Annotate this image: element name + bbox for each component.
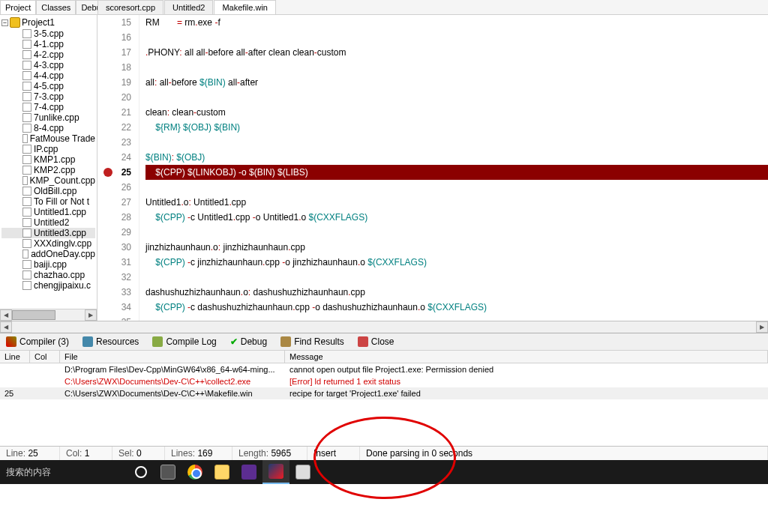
file-name: To Fill or Not t — [34, 196, 89, 207]
tab-resources[interactable]: Resources — [80, 335, 142, 348]
tab-debug[interactable]: ✔Debug — [227, 335, 270, 348]
scroll-right-icon[interactable]: ▶ — [756, 321, 768, 333]
status-parse: Done parsing in 0 seconds — [360, 447, 768, 460]
code-line[interactable]: all: all-before $(BIN) all-after — [146, 75, 768, 90]
vs-button[interactable] — [236, 460, 262, 484]
editor-tab[interactable]: Makefile.win — [214, 0, 276, 14]
file-name: OldBill.cpp — [34, 186, 76, 196]
tree-root[interactable]: − Project1 — [2, 16, 95, 28]
folder-icon — [214, 465, 230, 480]
code-line[interactable] — [146, 180, 768, 195]
file-icon — [22, 92, 32, 101]
editor-scrollbar-h[interactable]: ◀ ▶ — [0, 321, 768, 333]
code-line[interactable]: $(CPP) $(LINKOBJ) -o $(BIN) $(LIBS) — [146, 165, 768, 180]
gutter-line: 34 — [98, 300, 131, 315]
code-line[interactable] — [146, 60, 768, 75]
file-icon — [22, 40, 32, 49]
file-name: baiji.cpp — [34, 259, 67, 270]
code-line[interactable] — [146, 315, 768, 321]
tree-item[interactable]: 7-3.cpp — [2, 91, 95, 102]
col-header-file[interactable]: File — [60, 351, 285, 363]
tree-item[interactable]: KMP_Count.cpp — [2, 175, 95, 186]
code-line[interactable] — [146, 30, 768, 45]
tree-item[interactable]: To Fill or Not t — [2, 196, 95, 207]
code-line[interactable]: .PHONY: all all-before all-after clean c… — [146, 45, 768, 60]
tab-compiler[interactable]: Compiler (3) — [3, 335, 72, 348]
gutter-line: 28 — [98, 210, 131, 225]
tab-find-results[interactable]: Find Results — [278, 335, 347, 348]
code-line[interactable] — [146, 90, 768, 105]
code-line[interactable]: dashushuzhizhaunhaun.o: dashushuzhizhaun… — [146, 285, 768, 300]
code-line[interactable] — [146, 135, 768, 150]
editor-tab[interactable]: scoresort.cpp — [98, 0, 164, 14]
code-line[interactable]: $(CPP) -c Untitled1.cpp -o Untitled1.o $… — [146, 210, 768, 225]
col-header-line[interactable]: Line — [0, 351, 30, 363]
tree-item[interactable]: 7unlike.cpp — [2, 112, 95, 123]
devcpp-button[interactable] — [262, 460, 290, 484]
code-line[interactable]: Untitled1.o: Untitled1.cpp — [146, 195, 768, 210]
tree-item[interactable]: 8-4.cpp — [2, 123, 95, 133]
file-icon — [22, 281, 32, 290]
tree-item[interactable]: IP.cpp — [2, 144, 95, 154]
scroll-left-icon[interactable]: ◀ — [0, 309, 12, 321]
code-line[interactable]: $(BIN): $(OBJ) — [146, 150, 768, 165]
tree-item[interactable]: KMP1.cpp — [2, 154, 95, 165]
tree-item[interactable]: 4-5.cpp — [2, 81, 95, 91]
tree-item[interactable]: XXXdinglv.cpp — [2, 238, 95, 249]
code-content[interactable]: RM = rm.exe -f.PHONY: all all-before all… — [140, 15, 768, 321]
breakpoint-icon[interactable] — [104, 168, 112, 177]
taskbar-search[interactable]: 搜索的内容 — [0, 466, 128, 479]
cortana-button[interactable] — [128, 460, 154, 484]
tree-item[interactable]: baiji.cpp — [2, 259, 95, 270]
scroll-left-icon[interactable]: ◀ — [0, 321, 12, 333]
tree-item[interactable]: Untitled1.cpp — [2, 207, 95, 217]
code-line[interactable]: RM = rm.exe -f — [146, 15, 768, 30]
message-row[interactable]: 25C:\Users\ZWX\Documents\Dev-C\C++\Makef… — [0, 387, 768, 399]
code-line[interactable]: clean: clean-custom — [146, 105, 768, 120]
message-row[interactable]: D:\Program Files\Dev-Cpp\MinGW64\x86_64-… — [0, 363, 768, 375]
tab-close[interactable]: Close — [355, 335, 398, 348]
code-line[interactable]: $(CPP) -c dashushuzhizhaunhaun.cpp -o da… — [146, 300, 768, 315]
task-view-button[interactable] — [154, 460, 182, 484]
tree-item[interactable]: KMP2.cpp — [2, 165, 95, 175]
tree-item[interactable]: 3-5.cpp — [2, 28, 95, 39]
sidebar-tab-classes[interactable]: Classes — [36, 0, 76, 14]
scroll-thumb[interactable] — [12, 310, 56, 320]
explorer-button[interactable] — [208, 460, 236, 484]
status-mode: Insert — [308, 447, 360, 460]
tree-item[interactable]: Untitled2 — [2, 217, 95, 228]
editor-tab[interactable]: Untitled2 — [164, 0, 213, 14]
tree-item[interactable]: OldBill.cpp — [2, 186, 95, 196]
tree-item[interactable]: FatMouse Trade — [2, 133, 95, 144]
tree-item[interactable]: Untitled3.cpp — [2, 228, 95, 238]
tree-item[interactable]: 4-4.cpp — [2, 70, 95, 81]
sidebar-scrollbar[interactable]: ◀ ▶ — [0, 309, 97, 321]
tree-item[interactable]: chazhao.cpp — [2, 270, 95, 280]
tree-item[interactable]: addOneDay.cpp — [2, 249, 95, 259]
tree-item[interactable]: 4-3.cpp — [2, 60, 95, 70]
gutter-line: 17 — [98, 45, 131, 60]
message-row[interactable]: C:\Users\ZWX\Documents\Dev-C\C++\collect… — [0, 375, 768, 387]
col-header-col[interactable]: Col — [30, 351, 60, 363]
code-line[interactable]: jinzhizhaunhaun.o: jinzhizhaunhaun.cpp — [146, 240, 768, 255]
file-icon — [22, 239, 32, 248]
tab-compile-log[interactable]: Compile Log — [149, 335, 219, 348]
sidebar-tab-project[interactable]: Project — [0, 0, 36, 14]
gutter-line: 33 — [98, 285, 131, 300]
code-line[interactable] — [146, 225, 768, 240]
tree-item[interactable]: 4-1.cpp — [2, 39, 95, 49]
chrome-button[interactable] — [182, 460, 208, 484]
tree-item[interactable]: 4-2.cpp — [2, 49, 95, 60]
col-header-message[interactable]: Message — [285, 351, 768, 363]
tree-item[interactable]: 7-4.cpp — [2, 102, 95, 112]
gutter-line: 21 — [98, 105, 131, 120]
collapse-icon[interactable]: − — [2, 19, 8, 26]
code-line[interactable]: $(CPP) -c jinzhizhaunhaun.cpp -o jinzhiz… — [146, 255, 768, 270]
code-editor[interactable]: 1516171819202122232425262728293031323334… — [98, 15, 768, 321]
scroll-right-icon[interactable]: ▶ — [85, 309, 97, 321]
code-line[interactable]: ${RM} $(OBJ) $(BIN) — [146, 120, 768, 135]
code-line[interactable] — [146, 270, 768, 285]
file-icon — [22, 124, 32, 133]
app-button[interactable] — [290, 460, 316, 484]
tree-item[interactable]: chengjipaixu.c — [2, 280, 95, 291]
